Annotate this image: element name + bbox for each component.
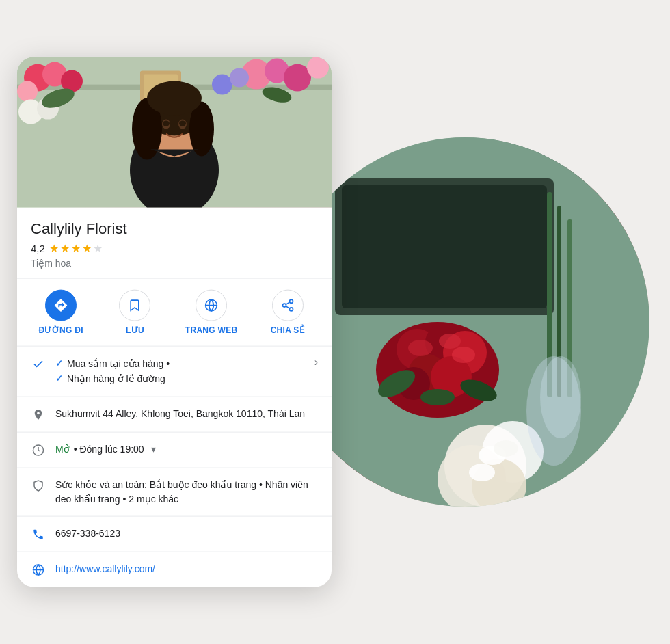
share-label: CHIA SẺ xyxy=(271,325,305,335)
store-photo xyxy=(17,57,332,208)
website-row-icon xyxy=(31,562,46,577)
address-icon xyxy=(31,407,46,422)
address-row: Sukhumvit 44 Alley, Khlong Toei, Bangkok… xyxy=(17,397,332,432)
website-button[interactable]: TRANG WEB xyxy=(185,290,238,335)
features-chevron: › xyxy=(314,356,318,368)
phone-icon xyxy=(31,526,46,541)
website-row[interactable]: http://www.callylily.com/ xyxy=(17,552,332,587)
svg-point-41 xyxy=(212,75,232,95)
rating-row: 4,2 ★ ★ ★ ★ ★ xyxy=(31,242,318,255)
svg-line-64 xyxy=(286,302,290,304)
category: Tiệm hoa xyxy=(31,258,318,269)
svg-point-21 xyxy=(494,440,518,457)
health-row: Sức khỏe và an toàn: Bắt buộc đeo khẩu t… xyxy=(17,468,332,516)
feature-2: Nhận hàng ở lề đường xyxy=(55,371,305,386)
svg-point-15 xyxy=(420,389,455,405)
svg-rect-2 xyxy=(342,185,547,308)
features-content: Mua sắm tại cửa hàng • Nhận hàng ở lề đư… xyxy=(55,356,305,387)
save-icon xyxy=(119,290,150,321)
svg-point-27 xyxy=(540,356,581,438)
svg-line-63 xyxy=(286,306,290,308)
svg-point-62 xyxy=(289,308,293,311)
star-4: ★ xyxy=(82,242,92,255)
website-content: http://www.callylily.com/ xyxy=(55,561,318,576)
info-section: Callylily Florist 4,2 ★ ★ ★ ★ ★ Tiệm hoa xyxy=(17,208,332,269)
save-button[interactable]: LƯU xyxy=(111,290,159,335)
flower-photo-svg xyxy=(280,137,649,507)
features-row[interactable]: Mua sắm tại cửa hàng • Nhận hàng ở lề đư… xyxy=(17,347,332,397)
svg-point-34 xyxy=(17,81,38,102)
star-2: ★ xyxy=(60,242,70,255)
open-text: Mở xyxy=(55,442,70,456)
open-status: Mở • Đóng lúc 19:00 ▾ xyxy=(55,442,318,456)
hours-row[interactable]: Mở • Đóng lúc 19:00 ▾ xyxy=(17,432,332,468)
features-list: Mua sắm tại cửa hàng • Nhận hàng ở lề đư… xyxy=(55,356,305,387)
star-1: ★ xyxy=(49,242,59,255)
svg-point-11 xyxy=(439,334,461,349)
svg-point-22 xyxy=(469,464,495,481)
phone-card: Callylily Florist 4,2 ★ ★ ★ ★ ★ Tiệm hoa xyxy=(17,57,332,587)
svg-point-12 xyxy=(452,347,475,363)
save-label: LƯU xyxy=(126,325,144,335)
svg-point-40 xyxy=(307,57,329,79)
website-icon xyxy=(196,290,227,321)
action-buttons: ĐƯỜNG ĐI LƯU TRANG WEB xyxy=(17,279,332,346)
svg-point-57 xyxy=(179,121,186,126)
address-content: Sukhumvit 44 Alley, Khlong Toei, Bangkok… xyxy=(55,406,318,420)
stars: ★ ★ ★ ★ ★ xyxy=(49,242,103,255)
feature-1: Mua sắm tại cửa hàng • xyxy=(55,356,305,371)
directions-label: ĐƯỜNG ĐI xyxy=(38,325,83,335)
share-icon xyxy=(272,290,304,321)
hours-content: Mở • Đóng lúc 19:00 ▾ xyxy=(55,442,318,456)
features-icon xyxy=(31,357,46,372)
star-3: ★ xyxy=(71,242,81,255)
hours-text: • Đóng lúc 19:00 xyxy=(74,442,144,456)
svg-point-53 xyxy=(147,81,202,116)
directions-icon xyxy=(45,290,77,321)
svg-point-39 xyxy=(284,64,311,92)
scene: Callylily Florist 4,2 ★ ★ ★ ★ ★ Tiệm hoa xyxy=(0,0,670,644)
svg-point-42 xyxy=(230,68,249,88)
circle-photo xyxy=(280,137,649,507)
store-photo-svg xyxy=(17,57,332,208)
health-content: Sức khỏe và an toàn: Bắt buộc đeo khẩu t… xyxy=(55,477,318,506)
star-5: ★ xyxy=(93,242,103,255)
rating-number: 4,2 xyxy=(31,243,45,254)
store-name: Callylily Florist xyxy=(31,220,318,238)
svg-point-60 xyxy=(289,299,293,303)
svg-point-61 xyxy=(282,304,286,307)
svg-point-10 xyxy=(408,340,433,356)
health-icon xyxy=(31,478,46,493)
website-label: TRANG WEB xyxy=(185,325,238,335)
website-link[interactable]: http://www.callylily.com/ xyxy=(55,563,155,574)
svg-point-56 xyxy=(163,121,170,126)
phone-content: 6697-338-6123 xyxy=(55,526,318,540)
phone-row[interactable]: 6697-338-6123 xyxy=(17,516,332,552)
hours-dropdown-icon[interactable]: ▾ xyxy=(151,442,156,456)
share-button[interactable]: CHIA SẺ xyxy=(264,290,312,335)
directions-button[interactable]: ĐƯỜNG ĐI xyxy=(37,290,85,335)
hours-icon xyxy=(31,442,46,457)
